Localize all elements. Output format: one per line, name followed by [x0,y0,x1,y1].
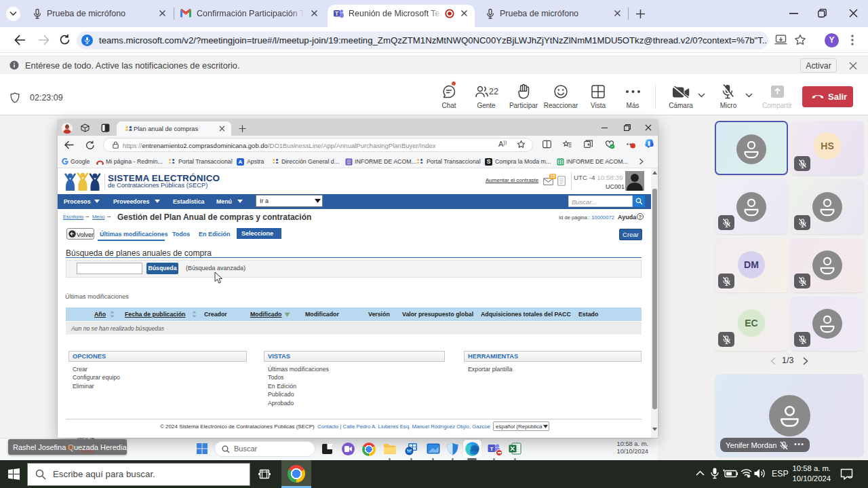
svg-text:T: T [335,10,339,17]
svg-text:T: T [490,446,494,452]
